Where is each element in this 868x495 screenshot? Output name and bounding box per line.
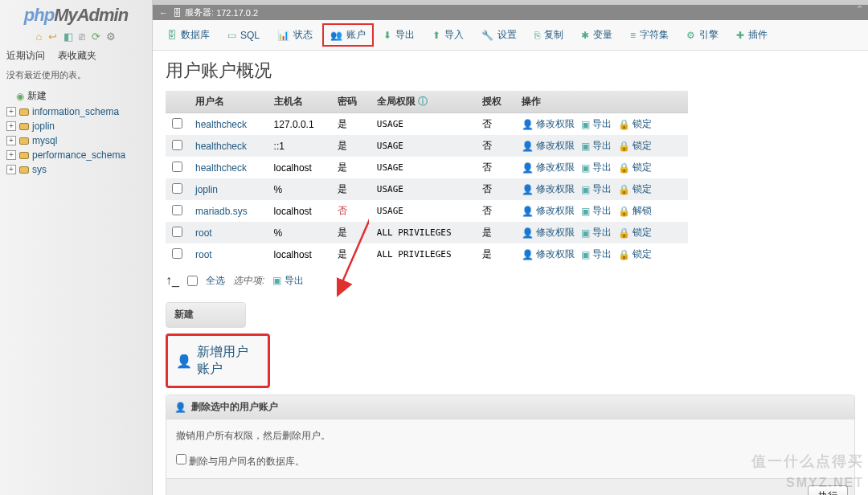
export-user-link[interactable]: ▣导出 (581, 204, 612, 218)
import-icon: ⬆ (432, 30, 440, 41)
cell-privileges: USAGE (371, 113, 476, 136)
export-selected-link[interactable]: ▣导出 (272, 274, 304, 288)
tab-favorites[interactable]: 表收藏夹 (51, 46, 103, 66)
tab-导入[interactable]: ⬆导入 (424, 23, 472, 47)
col-host[interactable]: 主机名 (268, 91, 332, 113)
watermark-2: SMYZ.NET (786, 476, 864, 490)
users-table: 用户名 主机名 密码 全局权限 ⓘ 授权 操作 healthcheck127.0… (166, 91, 688, 265)
tab-变量[interactable]: ✱变量 (573, 23, 620, 47)
edit-privileges-link[interactable]: 👤修改权限 (522, 117, 575, 131)
expand-icon[interactable]: + (6, 107, 16, 117)
expand-icon[interactable]: + (6, 136, 16, 145)
row-checkbox[interactable] (172, 140, 182, 150)
cell-grant: 否 (476, 178, 514, 200)
export-user-link[interactable]: ▣导出 (581, 117, 612, 131)
expand-icon[interactable]: + (6, 165, 16, 174)
row-checkbox[interactable] (172, 248, 182, 259)
lock-icon: 🔒 (618, 206, 630, 217)
cell-grant: 是 (476, 243, 514, 265)
tree-db-mysql[interactable]: +mysql (2, 133, 150, 148)
cell-user[interactable]: healthcheck (189, 157, 268, 178)
settings-icon: 🔧 (481, 30, 493, 41)
accounts-icon: 👥 (330, 30, 342, 41)
refresh-icon[interactable]: ⟳ (92, 31, 100, 43)
new-fieldset: 新建 (166, 302, 246, 328)
cell-grant: 是 (476, 222, 514, 243)
row-checkbox[interactable] (172, 162, 182, 172)
lock-user-link[interactable]: 🔒锁定 (618, 182, 652, 196)
col-user[interactable]: 用户名 (189, 91, 268, 113)
tree-db-performance_schema[interactable]: +performance_schema (2, 148, 150, 162)
tab-SQL[interactable]: ▭SQL (219, 23, 268, 47)
cell-password: 是 (331, 243, 370, 265)
edit-privileges-link[interactable]: 👤修改权限 (522, 139, 575, 153)
export-user-link[interactable]: ▣导出 (581, 226, 612, 239)
user-edit-icon: 👤 (522, 119, 534, 130)
row-checkbox[interactable] (172, 227, 182, 237)
cell-user[interactable]: healthcheck (189, 135, 268, 157)
expand-icon[interactable]: + (6, 150, 16, 160)
cell-user[interactable]: healthcheck (189, 113, 268, 136)
export-user-link[interactable]: ▣导出 (581, 182, 612, 196)
lock-user-link[interactable]: 🔒解锁 (618, 204, 652, 218)
edit-privileges-link[interactable]: 👤修改权限 (522, 248, 575, 261)
cell-user[interactable]: root (189, 243, 268, 265)
lock-user-link[interactable]: 🔒锁定 (618, 139, 652, 153)
tab-数据库[interactable]: 🗄数据库 (159, 23, 218, 47)
col-global[interactable]: 全局权限 ⓘ (371, 91, 476, 113)
edit-privileges-link[interactable]: 👤修改权限 (522, 161, 575, 174)
tree-db-information_schema[interactable]: +information_schema (2, 104, 150, 119)
tab-账户[interactable]: 👥账户 (322, 23, 374, 47)
tree-new[interactable]: ◉新建 (2, 88, 150, 104)
edit-privileges-link[interactable]: 👤修改权限 (522, 182, 575, 196)
panel-toggle-icon[interactable]: ⌃ (856, 4, 863, 14)
tab-状态[interactable]: 📊状态 (269, 23, 321, 47)
help-icon[interactable]: ⓘ (418, 96, 428, 107)
lock-user-link[interactable]: 🔒锁定 (618, 161, 652, 174)
home-icon[interactable]: ⌂ (36, 31, 43, 43)
add-user-link[interactable]: 👤 新增用户账户 (168, 336, 268, 386)
edit-privileges-link[interactable]: 👤修改权限 (522, 226, 575, 239)
edit-privileges-link[interactable]: 👤修改权限 (522, 204, 575, 218)
lock-user-link[interactable]: 🔒锁定 (618, 226, 652, 239)
docs-icon[interactable]: ◧ (63, 31, 73, 43)
drop-db-checkbox[interactable] (176, 454, 186, 464)
row-checkbox[interactable] (172, 183, 182, 194)
row-checkbox[interactable] (172, 205, 182, 215)
tab-字符集[interactable]: ≡字符集 (622, 23, 677, 47)
export-user-link[interactable]: ▣导出 (581, 248, 612, 261)
export-user-link[interactable]: ▣导出 (581, 139, 612, 153)
add-user-box: 👤 新增用户账户 (166, 333, 270, 388)
export-user-link[interactable]: ▣导出 (581, 161, 612, 174)
cell-privileges: USAGE (371, 200, 476, 222)
cell-grant: 否 (476, 157, 514, 178)
tree-db-sys[interactable]: +sys (2, 162, 150, 177)
select-all-label[interactable]: 全选 (206, 274, 225, 288)
tab-复制[interactable]: ⎘复制 (526, 23, 571, 47)
logout-icon[interactable]: ↩ (48, 31, 57, 43)
cell-user[interactable]: joplin (189, 178, 268, 200)
table-row: joplin%是USAGE否👤修改权限▣导出🔒锁定 (166, 178, 688, 200)
cell-user[interactable]: root (189, 222, 268, 243)
sqlquery-icon[interactable]: ⎚ (79, 31, 85, 43)
tab-导出[interactable]: ⬇导出 (375, 23, 423, 47)
row-checkbox[interactable] (172, 118, 182, 129)
cell-host: ::1 (268, 135, 332, 157)
gear-icon[interactable]: ⚙ (106, 31, 116, 43)
expand-icon[interactable]: + (6, 121, 16, 131)
tab-引擎[interactable]: ⚙引擎 (678, 23, 727, 47)
col-password[interactable]: 密码 (331, 91, 370, 113)
tab-设置[interactable]: 🔧设置 (473, 23, 525, 47)
col-grant[interactable]: 授权 (476, 91, 514, 113)
select-all-checkbox[interactable] (187, 276, 198, 286)
tab-插件[interactable]: ✚插件 (728, 23, 776, 47)
lock-user-link[interactable]: 🔒锁定 (618, 117, 652, 131)
delete-msg: 撤销用户所有权限，然后删除用户。 (176, 429, 845, 443)
cell-user[interactable]: mariadb.sys (189, 200, 268, 222)
tab-recent[interactable]: 近期访问 (0, 46, 51, 66)
lock-user-link[interactable]: 🔒锁定 (618, 248, 652, 261)
cell-password: 是 (331, 135, 370, 157)
table-row: healthchecklocalhost是USAGE否👤修改权限▣导出🔒锁定 (166, 157, 688, 178)
tree-db-joplin[interactable]: +joplin (2, 119, 150, 133)
sql-icon: ▭ (227, 30, 236, 41)
